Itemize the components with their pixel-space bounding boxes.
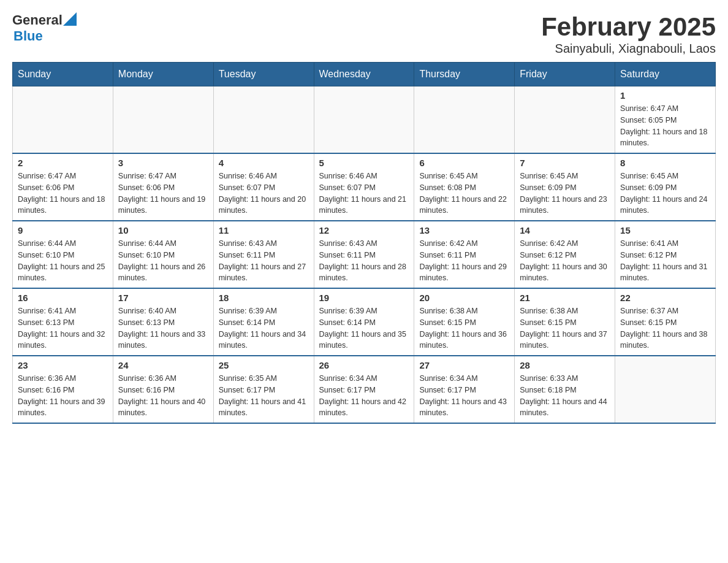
title-block: February 2025 Sainyabuli, Xiagnabouli, L… [541,12,716,56]
col-sunday: Sunday [13,63,113,86]
day-info: Sunrise: 6:47 AMSunset: 6:05 PMDaylight:… [620,103,710,149]
day-info: Sunrise: 6:45 AMSunset: 6:09 PMDaylight:… [620,170,710,216]
day-info: Sunrise: 6:44 AMSunset: 6:10 PMDaylight:… [18,238,108,284]
day-number: 10 [118,225,208,236]
table-row [314,86,414,154]
table-row: 3Sunrise: 6:47 AMSunset: 6:06 PMDaylight… [113,153,213,221]
col-monday: Monday [113,63,213,86]
table-row [615,356,716,423]
day-number: 19 [319,293,409,303]
logo: General Blue [12,12,77,44]
table-row [113,86,213,154]
day-number: 22 [620,293,710,303]
table-row: 20Sunrise: 6:38 AMSunset: 6:15 PMDayligh… [414,288,515,356]
day-info: Sunrise: 6:40 AMSunset: 6:13 PMDaylight:… [118,305,208,351]
day-info: Sunrise: 6:42 AMSunset: 6:11 PMDaylight:… [419,238,509,284]
table-row: 28Sunrise: 6:33 AMSunset: 6:18 PMDayligh… [515,356,615,423]
day-info: Sunrise: 6:44 AMSunset: 6:10 PMDaylight:… [118,238,208,284]
col-thursday: Thursday [414,63,515,86]
day-info: Sunrise: 6:43 AMSunset: 6:11 PMDaylight:… [319,238,409,284]
table-row: 22Sunrise: 6:37 AMSunset: 6:15 PMDayligh… [615,288,716,356]
table-row: 7Sunrise: 6:45 AMSunset: 6:09 PMDaylight… [515,153,615,221]
day-number: 26 [319,360,409,370]
table-row: 16Sunrise: 6:41 AMSunset: 6:13 PMDayligh… [13,288,113,356]
table-row: 24Sunrise: 6:36 AMSunset: 6:16 PMDayligh… [113,356,213,423]
calendar-week-row: 1Sunrise: 6:47 AMSunset: 6:05 PMDaylight… [13,86,716,154]
day-info: Sunrise: 6:47 AMSunset: 6:06 PMDaylight:… [18,170,108,216]
table-row: 14Sunrise: 6:42 AMSunset: 6:12 PMDayligh… [515,221,615,288]
table-row: 15Sunrise: 6:41 AMSunset: 6:12 PMDayligh… [615,221,716,288]
calendar-week-row: 9Sunrise: 6:44 AMSunset: 6:10 PMDaylight… [13,221,716,288]
table-row: 5Sunrise: 6:46 AMSunset: 6:07 PMDaylight… [314,153,414,221]
day-number: 2 [18,158,108,168]
table-row: 13Sunrise: 6:42 AMSunset: 6:11 PMDayligh… [414,221,515,288]
table-row: 1Sunrise: 6:47 AMSunset: 6:05 PMDaylight… [615,86,716,154]
day-info: Sunrise: 6:34 AMSunset: 6:17 PMDaylight:… [319,373,409,419]
day-info: Sunrise: 6:35 AMSunset: 6:17 PMDaylight:… [219,373,309,419]
day-info: Sunrise: 6:36 AMSunset: 6:16 PMDaylight:… [118,373,208,419]
day-info: Sunrise: 6:42 AMSunset: 6:12 PMDaylight:… [520,238,610,284]
day-number: 15 [620,225,710,236]
day-number: 8 [620,158,710,168]
calendar-header-row: Sunday Monday Tuesday Wednesday Thursday… [13,63,716,86]
day-number: 16 [18,293,108,303]
table-row: 4Sunrise: 6:46 AMSunset: 6:07 PMDaylight… [213,153,314,221]
day-number: 27 [419,360,509,370]
table-row [13,86,113,154]
table-row: 27Sunrise: 6:34 AMSunset: 6:17 PMDayligh… [414,356,515,423]
day-info: Sunrise: 6:38 AMSunset: 6:15 PMDaylight:… [419,305,509,351]
table-row: 23Sunrise: 6:36 AMSunset: 6:16 PMDayligh… [13,356,113,423]
table-row: 18Sunrise: 6:39 AMSunset: 6:14 PMDayligh… [213,288,314,356]
day-info: Sunrise: 6:33 AMSunset: 6:18 PMDaylight:… [520,373,610,419]
table-row: 6Sunrise: 6:45 AMSunset: 6:08 PMDaylight… [414,153,515,221]
day-info: Sunrise: 6:34 AMSunset: 6:17 PMDaylight:… [419,373,509,419]
day-info: Sunrise: 6:39 AMSunset: 6:14 PMDaylight:… [219,305,309,351]
day-info: Sunrise: 6:37 AMSunset: 6:15 PMDaylight:… [620,305,710,351]
day-number: 9 [18,225,108,236]
day-number: 18 [219,293,309,303]
col-wednesday: Wednesday [314,63,414,86]
day-number: 17 [118,293,208,303]
day-info: Sunrise: 6:43 AMSunset: 6:11 PMDaylight:… [219,238,309,284]
table-row: 19Sunrise: 6:39 AMSunset: 6:14 PMDayligh… [314,288,414,356]
col-tuesday: Tuesday [213,63,314,86]
day-number: 21 [520,293,610,303]
table-row: 21Sunrise: 6:38 AMSunset: 6:15 PMDayligh… [515,288,615,356]
page-subtitle: Sainyabuli, Xiagnabouli, Laos [541,42,716,56]
day-info: Sunrise: 6:45 AMSunset: 6:08 PMDaylight:… [419,170,509,216]
logo-general-text: General [12,12,63,28]
table-row: 11Sunrise: 6:43 AMSunset: 6:11 PMDayligh… [213,221,314,288]
day-info: Sunrise: 6:39 AMSunset: 6:14 PMDaylight:… [319,305,409,351]
day-info: Sunrise: 6:46 AMSunset: 6:07 PMDaylight:… [319,170,409,216]
day-number: 23 [18,360,108,370]
day-number: 25 [219,360,309,370]
day-number: 14 [520,225,610,236]
day-number: 12 [319,225,409,236]
table-row: 25Sunrise: 6:35 AMSunset: 6:17 PMDayligh… [213,356,314,423]
table-row: 8Sunrise: 6:45 AMSunset: 6:09 PMDaylight… [615,153,716,221]
day-info: Sunrise: 6:47 AMSunset: 6:06 PMDaylight:… [118,170,208,216]
logo-blue-text: Blue [13,28,43,44]
table-row: 2Sunrise: 6:47 AMSunset: 6:06 PMDaylight… [13,153,113,221]
day-number: 1 [620,90,710,101]
day-number: 6 [419,158,509,168]
day-number: 20 [419,293,509,303]
calendar-table: Sunday Monday Tuesday Wednesday Thursday… [12,62,716,424]
table-row: 12Sunrise: 6:43 AMSunset: 6:11 PMDayligh… [314,221,414,288]
day-info: Sunrise: 6:41 AMSunset: 6:12 PMDaylight:… [620,238,710,284]
day-number: 13 [419,225,509,236]
page-header: General Blue February 2025 Sainyabuli, X… [12,12,716,56]
day-number: 28 [520,360,610,370]
svg-marker-0 [63,12,77,26]
table-row [213,86,314,154]
day-number: 4 [219,158,309,168]
table-row: 9Sunrise: 6:44 AMSunset: 6:10 PMDaylight… [13,221,113,288]
day-number: 11 [219,225,309,236]
table-row: 10Sunrise: 6:44 AMSunset: 6:10 PMDayligh… [113,221,213,288]
table-row: 17Sunrise: 6:40 AMSunset: 6:13 PMDayligh… [113,288,213,356]
calendar-week-row: 2Sunrise: 6:47 AMSunset: 6:06 PMDaylight… [13,153,716,221]
day-number: 3 [118,158,208,168]
table-row [515,86,615,154]
day-info: Sunrise: 6:45 AMSunset: 6:09 PMDaylight:… [520,170,610,216]
page-title: February 2025 [541,12,716,42]
